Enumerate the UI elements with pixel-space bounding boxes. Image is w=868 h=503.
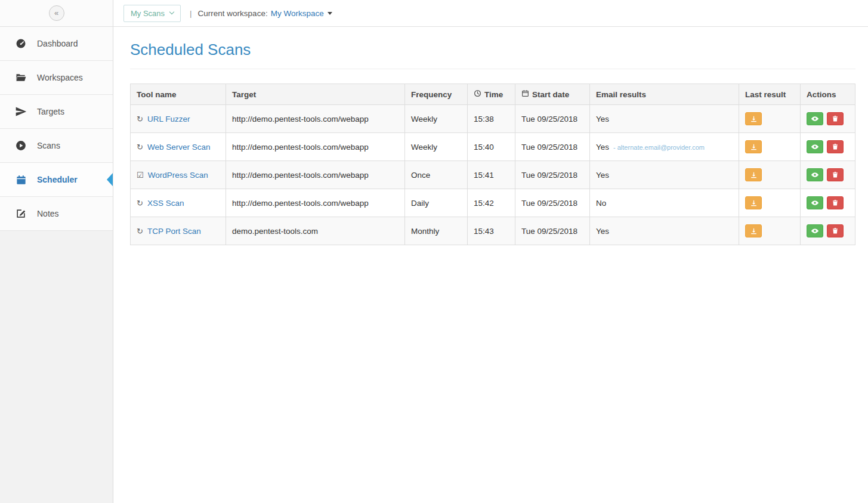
scan-row: ↻TCP Port Scan demo.pentest-tools.com Mo…	[131, 217, 855, 245]
download-icon	[750, 199, 758, 207]
main-area: My Scans | Current workspace: My Workspa…	[113, 0, 868, 503]
actions-cell	[801, 161, 855, 189]
actions-cell	[801, 217, 855, 245]
col-header-target: Target	[226, 84, 405, 105]
download-icon	[750, 171, 758, 179]
view-scan-button[interactable]	[807, 196, 823, 209]
email-results-cell: Yes	[590, 105, 739, 133]
sidebar-item-targets[interactable]: Targets	[0, 95, 113, 129]
content: Scheduled Scans Tool name Target Frequen…	[113, 27, 868, 245]
time-cell: 15:41	[468, 161, 515, 189]
sidebar-nav: Dashboard Workspaces Targets Scans Sched	[0, 27, 113, 231]
delete-scan-button[interactable]	[827, 168, 844, 181]
scan-row: ↻XSS Scan http://demo.pentest-tools.com/…	[131, 189, 855, 217]
tool-link[interactable]: TCP Port Scan	[147, 227, 201, 236]
download-result-button[interactable]	[745, 168, 762, 181]
start-date-cell: Tue 09/25/2018	[515, 105, 590, 133]
check-square-icon: ☑	[137, 171, 144, 180]
sidebar-collapse-button[interactable]: «	[49, 5, 64, 21]
frequency-cell: Weekly	[405, 133, 468, 161]
actions-cell	[801, 105, 855, 133]
download-result-button[interactable]	[745, 224, 762, 237]
sidebar-item-workspaces[interactable]: Workspaces	[0, 61, 113, 95]
start-date-cell: Tue 09/25/2018	[515, 161, 590, 189]
workspace-selector[interactable]: My Workspace	[271, 9, 332, 18]
current-workspace-label: Current workspace:	[198, 9, 268, 18]
eye-icon	[811, 115, 819, 123]
delete-scan-button[interactable]	[827, 196, 844, 209]
tool-name-cell: ☑WordPress Scan	[131, 161, 226, 189]
email-value: No	[596, 199, 606, 208]
delete-scan-button[interactable]	[827, 224, 844, 237]
email-value: Yes	[596, 171, 609, 180]
clock-icon	[474, 90, 481, 99]
targets-icon	[14, 106, 27, 118]
email-results-cell: Yes	[590, 161, 739, 189]
tool-name-cell: ↻URL Fuzzer	[131, 105, 226, 133]
frequency-cell: Monthly	[405, 217, 468, 245]
tool-link[interactable]: Web Server Scan	[147, 143, 211, 152]
scans-icon	[14, 140, 27, 152]
email-results-cell: Yes- alternate.email@provider.com	[590, 133, 739, 161]
last-result-cell	[739, 217, 801, 245]
start-date-cell: Tue 09/25/2018	[515, 133, 590, 161]
email-value: Yes	[596, 115, 609, 124]
actions-cell	[801, 133, 855, 161]
tool-name-cell: ↻TCP Port Scan	[131, 217, 226, 245]
view-scan-button[interactable]	[807, 168, 823, 181]
calendar-icon	[521, 90, 529, 99]
sidebar-item-label: Scans	[37, 141, 60, 150]
col-header-email-results: Email results	[590, 84, 739, 105]
col-header-start-date: Start date	[515, 84, 590, 105]
view-scan-button[interactable]	[807, 112, 823, 125]
frequency-cell: Weekly	[405, 105, 468, 133]
scan-table-body: ↻URL Fuzzer http://demo.pentest-tools.co…	[131, 105, 855, 245]
page-title: Scheduled Scans	[130, 41, 855, 69]
scan-row: ↻Web Server Scan http://demo.pentest-too…	[131, 133, 855, 161]
delete-scan-button[interactable]	[827, 140, 844, 153]
caret-down-icon	[328, 12, 332, 15]
download-result-button[interactable]	[745, 112, 762, 125]
sidebar: « Dashboard Workspaces Targets Scans	[0, 0, 113, 503]
download-icon	[750, 227, 758, 235]
last-result-cell	[739, 161, 801, 189]
download-icon	[750, 115, 758, 123]
workspaces-icon	[14, 72, 27, 84]
tool-name-cell: ↻XSS Scan	[131, 189, 226, 217]
download-icon	[750, 143, 758, 151]
tool-name-cell: ↻Web Server Scan	[131, 133, 226, 161]
my-scans-dropdown-button[interactable]: My Scans	[123, 5, 181, 22]
time-cell: 15:42	[468, 189, 515, 217]
refresh-icon: ↻	[137, 199, 143, 208]
start-date-cell: Tue 09/25/2018	[515, 217, 590, 245]
refresh-icon: ↻	[137, 143, 143, 152]
sidebar-item-dashboard[interactable]: Dashboard	[0, 27, 113, 61]
col-header-tool-name: Tool name	[131, 84, 226, 105]
col-header-last-result: Last result	[739, 84, 801, 105]
sidebar-item-label: Workspaces	[37, 73, 83, 82]
email-value: Yes	[596, 227, 609, 236]
trash-icon	[832, 227, 839, 234]
col-header-time: Time	[468, 84, 515, 105]
sidebar-item-notes[interactable]: Notes	[0, 197, 113, 231]
frequency-cell: Once	[405, 161, 468, 189]
view-scan-button[interactable]	[807, 140, 823, 153]
trash-icon	[832, 199, 839, 206]
download-result-button[interactable]	[745, 196, 762, 209]
eye-icon	[811, 143, 819, 151]
eye-icon	[811, 227, 819, 235]
sidebar-item-scheduler[interactable]: Scheduler	[0, 163, 113, 197]
target-cell: http://demo.pentest-tools.com/webapp	[226, 189, 405, 217]
delete-scan-button[interactable]	[827, 112, 844, 125]
tool-link[interactable]: WordPress Scan	[148, 171, 208, 180]
time-cell: 15:43	[468, 217, 515, 245]
active-item-marker	[107, 173, 113, 186]
sidebar-item-label: Targets	[37, 107, 64, 116]
topbar-separator: |	[190, 9, 192, 18]
sidebar-item-scans[interactable]: Scans	[0, 129, 113, 163]
tool-link[interactable]: URL Fuzzer	[147, 115, 190, 124]
download-result-button[interactable]	[745, 140, 762, 153]
view-scan-button[interactable]	[807, 224, 823, 237]
tool-link[interactable]: XSS Scan	[147, 199, 184, 208]
eye-icon	[811, 171, 819, 179]
